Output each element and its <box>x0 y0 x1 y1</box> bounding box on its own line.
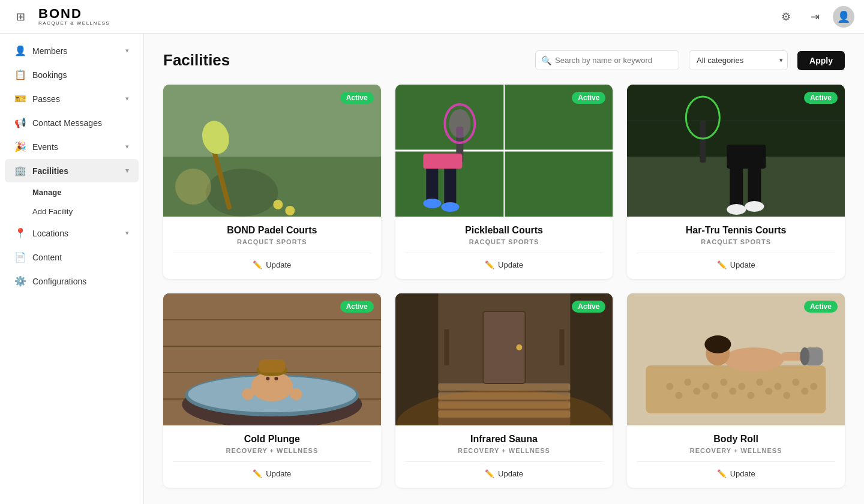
facility-card-infrared-sauna: Active Infrared Sauna RECOVERY + WELLNES… <box>395 293 613 488</box>
sidebar-label-content: Content <box>32 253 62 262</box>
update-label-cold-plunge: Update <box>266 469 291 478</box>
sidebar-sub-item-add-facility[interactable]: Add Facility <box>5 202 139 221</box>
card-category-tennis: RACQUET SPORTS <box>637 238 835 245</box>
chevron-members: ▾ <box>125 47 129 55</box>
card-image-pickleball: Active <box>395 85 613 217</box>
svg-point-70 <box>676 392 683 399</box>
category-select[interactable]: All categories Racquet Sports Recovery +… <box>689 50 788 70</box>
sidebar-label-config: Configurations <box>32 277 86 286</box>
members-icon: 👤 <box>14 45 26 56</box>
card-name-body-roll: Body Roll <box>637 434 835 445</box>
padel-illustration <box>163 85 381 217</box>
card-category-infrared-sauna: RECOVERY + WELLNESS <box>405 447 604 454</box>
svg-point-44 <box>290 388 302 400</box>
sidebar-item-passes[interactable]: 🎫 Passes ▾ <box>5 87 139 110</box>
update-label-bond-padel: Update <box>266 260 291 269</box>
sidebar-item-locations[interactable]: 📍 Locations ▾ <box>5 221 139 245</box>
topbar: ⊞ BOND RACQUET & WELLNESS ⚙ ⇥ 👤 <box>0 0 864 34</box>
card-divider-body-roll <box>637 461 835 462</box>
pickleball-illustration <box>395 85 613 217</box>
update-button-tennis[interactable]: ✏️ Update <box>717 260 755 269</box>
svg-point-61 <box>667 383 674 390</box>
card-divider <box>173 253 371 253</box>
svg-point-26 <box>727 204 746 215</box>
update-label-infrared-sauna: Update <box>498 469 523 478</box>
settings-button[interactable]: ⚙ <box>775 6 797 28</box>
update-label-body-roll: Update <box>730 469 755 478</box>
page-header: Facilities 🔍 All categories Racquet Spor… <box>163 50 845 70</box>
sidebar-label-members: Members <box>32 46 67 56</box>
facilities-icon: 🏢 <box>14 165 26 176</box>
card-divider-infrared-sauna <box>405 461 604 462</box>
svg-point-64 <box>721 379 728 386</box>
card-divider-tennis <box>637 253 835 253</box>
card-category-cold-plunge: RECOVERY + WELLNESS <box>173 447 371 454</box>
svg-rect-24 <box>700 121 706 163</box>
sidebar-sub-item-manage[interactable]: Manage <box>5 183 139 202</box>
update-button-cold-plunge[interactable]: ✏️ Update <box>253 469 291 478</box>
sidebar-item-events[interactable]: 🎉 Events ▾ <box>5 135 139 158</box>
svg-point-40 <box>274 377 278 380</box>
svg-point-63 <box>703 383 710 390</box>
svg-point-75 <box>766 388 773 395</box>
svg-point-83 <box>800 347 810 365</box>
sidebar-sub-label-manage: Manage <box>32 188 61 197</box>
locations-icon: 📍 <box>14 227 26 239</box>
logout-icon: ⇥ <box>811 10 820 23</box>
svg-point-71 <box>694 388 701 395</box>
content-icon: 📄 <box>14 251 26 263</box>
chevron-passes: ▾ <box>125 95 129 103</box>
facility-card-body-roll: Active Body Roll RECOVERY + WELLNESS ✏️ … <box>627 293 845 488</box>
card-image-tennis: Active <box>627 85 845 217</box>
update-button-body-roll[interactable]: ✏️ Update <box>717 469 755 478</box>
facility-card-tennis: Active Har-Tru Tennis Courts RACQUET SPO… <box>627 85 845 279</box>
sidebar-item-configurations[interactable]: ⚙️ Configurations <box>5 269 139 293</box>
card-image-bond-padel: Active <box>163 85 381 217</box>
user-icon: 👤 <box>837 10 850 23</box>
logout-button[interactable]: ⇥ <box>804 6 826 28</box>
card-image-cold-plunge: Active <box>163 293 381 425</box>
pencil-icon-tennis: ✏️ <box>717 260 727 269</box>
config-icon: ⚙️ <box>14 275 26 287</box>
sidebar-item-bookings[interactable]: 📋 Bookings <box>5 63 139 86</box>
facility-card-cold-plunge: Active Cold Plunge RECOVERY + WELLNESS ✏… <box>163 293 381 488</box>
events-icon: 🎉 <box>14 141 26 152</box>
svg-point-68 <box>793 379 800 386</box>
bookings-icon: 📋 <box>14 69 26 80</box>
update-button-pickleball[interactable]: ✏️ Update <box>485 260 523 269</box>
update-button-infrared-sauna[interactable]: ✏️ Update <box>485 469 523 478</box>
sidebar-label-facilities: Facilities <box>32 166 68 176</box>
sidebar-item-members[interactable]: 👤 Members ▾ <box>5 39 139 62</box>
sidebar-item-content[interactable]: 📄 Content <box>5 245 139 269</box>
card-divider-pickleball <box>405 253 604 253</box>
passes-icon: 🎫 <box>14 93 26 104</box>
svg-point-73 <box>730 388 737 395</box>
main-content: Facilities 🔍 All categories Racquet Spor… <box>144 34 864 504</box>
grid-menu-button[interactable]: ⊞ <box>10 6 31 28</box>
status-badge-cold-plunge: Active <box>340 301 374 313</box>
pencil-icon: ✏️ <box>253 260 262 269</box>
tennis-illustration <box>627 85 845 217</box>
svg-point-5 <box>273 200 283 209</box>
svg-point-54 <box>516 344 522 350</box>
category-select-wrapper: All categories Racquet Sports Recovery +… <box>689 50 788 70</box>
sidebar-item-contact-messages[interactable]: 📢 Contact Messages <box>5 111 139 134</box>
logo-text: BOND <box>38 7 110 20</box>
card-body-cold-plunge: Cold Plunge RECOVERY + WELLNESS ✏️ Updat… <box>163 425 381 488</box>
avatar[interactable]: 👤 <box>833 6 854 28</box>
svg-rect-56 <box>559 329 564 365</box>
contact-icon: 📢 <box>14 117 26 128</box>
apply-button[interactable]: Apply <box>797 51 845 70</box>
update-label-tennis: Update <box>730 260 755 269</box>
svg-point-78 <box>724 347 784 371</box>
card-name-pickleball: Pickleball Courts <box>405 225 604 236</box>
card-body-body-roll: Body Roll RECOVERY + WELLNESS ✏️ Update <box>627 425 845 488</box>
svg-point-16 <box>449 109 470 138</box>
update-label-pickleball: Update <box>498 260 523 269</box>
sidebar-item-facilities[interactable]: 🏢 Facilities ▾ <box>5 159 139 182</box>
search-input[interactable] <box>535 50 679 70</box>
card-category-pickleball: RACQUET SPORTS <box>405 238 604 245</box>
update-button-bond-padel[interactable]: ✏️ Update <box>253 260 291 269</box>
card-category-bond-padel: RACQUET SPORTS <box>173 238 371 245</box>
card-divider-cold-plunge <box>173 461 371 462</box>
